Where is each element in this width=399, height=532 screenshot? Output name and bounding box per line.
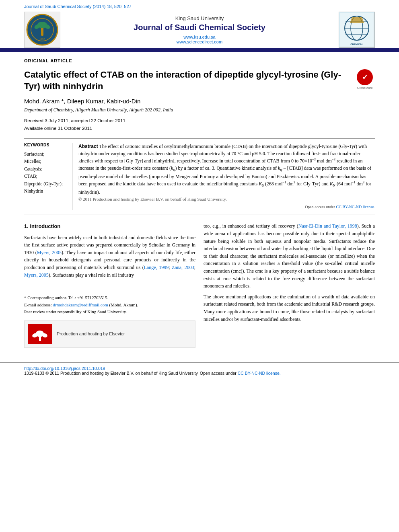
journal-link-bar: Journal of Saudi Chemical Society (2014)…	[0, 0, 399, 11]
abstract-copyright: © 2011 Production and hosting by Elsevie…	[78, 196, 375, 203]
journal-link[interactable]: Journal of Saudi Chemical Society (2014)…	[24, 4, 132, 9]
authors: Mohd. Akram *, Dileep Kumar, Kabir-ud-Di…	[24, 98, 375, 105]
affiliation: Department of Chemistry, Aligarh Muslim …	[24, 107, 375, 113]
authors-text: Mohd. Akram *, Dileep Kumar, Kabir-ud-Di…	[24, 98, 140, 105]
ksu-logo-left: 1957	[24, 12, 60, 48]
date-available: Available online 31 October 2011	[24, 125, 375, 132]
journal-name: Journal of Saudi Chemical Society	[68, 23, 331, 32]
university-name: King Saud University	[68, 15, 331, 21]
keyword-3: Catalysis;	[24, 165, 66, 173]
keyword-1: Surfactant;	[24, 150, 66, 158]
elsevier-production-text: Production and hosting by Elsevier	[57, 331, 125, 337]
section1-title: 1. Introduction	[24, 222, 195, 230]
footnotes: * Corresponding author. Tel.: +91 571270…	[24, 291, 195, 316]
header-center: King Saud University Journal of Saudi Ch…	[60, 11, 339, 48]
page-header: 1957 King Saud University Journal of Sau…	[0, 11, 399, 49]
abstract-text: Abstract The effect of cationic micelles…	[78, 143, 375, 196]
crossmark-icon: ✓	[357, 69, 373, 85]
keyword-5: Dipeptide (Gly-Tyr);	[24, 180, 66, 187]
main-content: ORIGINAL ARTICLE Catalytic effect of CTA…	[0, 52, 399, 362]
article-type: ORIGINAL ARTICLE	[24, 58, 375, 65]
lange-1999-ref[interactable]: Lange, 1999	[144, 265, 169, 270]
crossmark-container[interactable]: ✓ CrossMark	[355, 69, 375, 90]
myers-2005-ref1[interactable]: Myers, 2005	[37, 250, 62, 255]
bottom-bar: http://dx.doi.org/10.1016/j.jacs.2011.10…	[0, 362, 399, 379]
body-section: 1. Introduction Surfactants have been wi…	[24, 222, 375, 347]
intro-para3: The above mentioned applications are the…	[204, 293, 375, 323]
doi-line: http://dx.doi.org/10.1016/j.jacs.2011.10…	[24, 366, 375, 371]
keywords-list: Surfactant; Micelles; Catalysis; CTAB; D…	[24, 150, 66, 195]
abstract-label: Abstract	[78, 144, 98, 149]
article-title: Catalytic effect of CTAB on the interact…	[24, 69, 355, 92]
abstract-body: The effect of cationic micelles of cetyl…	[78, 144, 371, 195]
cc-bottom-link[interactable]: CC BY-NC-ND license.	[238, 371, 281, 376]
cc-license-link[interactable]: CC BY-NC-ND license.	[336, 205, 375, 209]
footnote-email-suffix: (Mohd. Akram).	[109, 302, 138, 307]
website1-link[interactable]: www.ksu.edu.sa	[68, 35, 331, 39]
keyword-4: CTAB;	[24, 173, 66, 180]
nasr-ref[interactable]: Nasr-El-Din and Taylor, 1998	[298, 223, 357, 229]
issn-line: 1319-6103 © 2011 Production and hosting …	[24, 371, 375, 376]
footnote-corresponding: * Corresponding author. Tel.: +91 571270…	[24, 294, 195, 302]
myers-2005-ref2[interactable]: Myers, 2005	[24, 272, 49, 278]
body-col-right: too, e.g., in enhanced and tertiary oil …	[204, 222, 375, 347]
website2-link[interactable]: www.sciencedirect.com	[68, 39, 331, 44]
svg-marker-13	[350, 17, 364, 23]
svg-text:1957: 1957	[39, 37, 45, 41]
footnote-email: E-mail address: drmohdakram@rediffmail.c…	[24, 302, 195, 309]
chemical-society-logo: CHEMICAL	[339, 12, 375, 48]
crossmark-label: CrossMark	[355, 86, 375, 90]
svg-text:CHEMICAL: CHEMICAL	[350, 43, 363, 45]
cc-license: Open access under CC BY-NC-ND license.	[78, 204, 375, 210]
abstract-section: KEYWORDS Surfactant; Micelles; Catalysis…	[24, 138, 375, 215]
body-col-left: 1. Introduction Surfactants have been wi…	[24, 222, 195, 347]
keywords-title: KEYWORDS	[24, 143, 66, 147]
footnote-email-link[interactable]: drmohdakram@rediffmail.com	[53, 302, 108, 307]
date-received: Received 3 July 2011; accepted 22 Octobe…	[24, 117, 375, 124]
title-row: Catalytic effect of CTAB on the interact…	[24, 69, 375, 92]
intro-para2: too, e.g., in enhanced and tertiary oil …	[204, 222, 375, 290]
journal-links: www.ksu.edu.sa www.sciencedirect.com	[68, 35, 331, 44]
issn-text: 1319-6103 © 2011 Production and hosting …	[24, 371, 238, 376]
intro-para1: Surfactants have been widely used in bot…	[24, 234, 195, 279]
doi-link[interactable]: http://dx.doi.org/10.1016/j.jacs.2011.10…	[24, 366, 105, 371]
dates: Received 3 July 2011; accepted 22 Octobe…	[24, 117, 375, 132]
footnote-email-label: E-mail address:	[24, 302, 52, 307]
elsevier-section: Production and hosting by Elsevier	[24, 320, 195, 348]
zana-2003-ref[interactable]: Zana, 2003	[172, 265, 194, 270]
keyword-6: Ninhydrin	[24, 187, 66, 195]
footnote-peer: Peer review under responsibility of King…	[24, 308, 195, 316]
elsevier-logo	[28, 324, 52, 344]
abstract-column: Abstract The effect of cationic micelles…	[72, 143, 375, 210]
keywords-column: KEYWORDS Surfactant; Micelles; Catalysis…	[24, 143, 72, 210]
keyword-2: Micelles;	[24, 158, 66, 165]
